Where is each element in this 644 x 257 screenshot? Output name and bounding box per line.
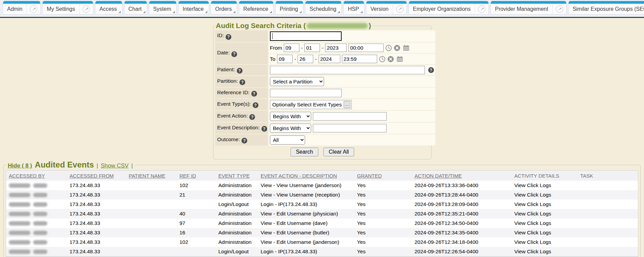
column-header-label[interactable]: ACCESSED FROM bbox=[70, 173, 114, 179]
column-header-label[interactable]: ACTION DATE/TIME bbox=[415, 173, 462, 179]
external-link-icon[interactable]: ↗ bbox=[83, 5, 90, 13]
column-header-label[interactable]: EVENT TYPE bbox=[218, 173, 250, 179]
calendar-icon[interactable] bbox=[396, 56, 403, 62]
date-from-month-input[interactable] bbox=[284, 44, 299, 52]
calendar-icon[interactable] bbox=[403, 45, 410, 51]
help-icon[interactable]: ? bbox=[226, 34, 231, 40]
column-header-label[interactable]: ACCESSED BY bbox=[9, 173, 45, 179]
tab-accent-bar bbox=[239, 1, 273, 4]
show-csv-link[interactable]: Show CSV bbox=[101, 162, 129, 169]
view-click-logs-link[interactable]: View Click Logs bbox=[514, 239, 551, 245]
view-click-logs-link[interactable]: View Click Logs bbox=[514, 220, 551, 226]
nav-tab-printing[interactable]: Printing bbox=[275, 1, 303, 15]
help-icon[interactable]: ? bbox=[251, 91, 257, 97]
cell-patient-name bbox=[126, 190, 177, 200]
view-click-logs-link[interactable]: View Click Logs bbox=[514, 182, 551, 188]
date-to-year-input[interactable] bbox=[319, 55, 340, 63]
date-to-month-input[interactable] bbox=[277, 55, 293, 63]
cell-ref-id: 40 bbox=[177, 209, 216, 219]
column-header-label[interactable]: REF ID bbox=[180, 173, 196, 179]
event-types-browse-button[interactable]: ... bbox=[344, 101, 350, 108]
help-icon[interactable]: ? bbox=[253, 102, 258, 108]
patient-input[interactable] bbox=[270, 66, 425, 74]
cell-accessed-by bbox=[6, 219, 67, 228]
id-input[interactable] bbox=[270, 31, 342, 41]
date-from-year-input[interactable] bbox=[325, 44, 347, 52]
external-link-icon[interactable]: ↗ bbox=[30, 5, 37, 13]
help-icon[interactable]: ? bbox=[239, 79, 245, 85]
nav-tab-my-settings[interactable]: My Settings↗ bbox=[42, 1, 93, 15]
partition-select[interactable]: Select a Partition bbox=[270, 77, 324, 86]
table-row: 173.24.48.33Login/LogoutLogin - IP(173.2… bbox=[6, 200, 638, 209]
help-icon[interactable]: ? bbox=[242, 138, 247, 144]
view-click-logs-link[interactable]: View Click Logs bbox=[514, 211, 551, 216]
nav-tab-version[interactable]: Version↗ bbox=[366, 1, 407, 15]
nav-tab-chart[interactable]: Chart bbox=[124, 1, 147, 15]
help-icon[interactable]: ? bbox=[428, 67, 434, 73]
partition-label: Partition: bbox=[217, 78, 238, 84]
nav-tab-scheduling[interactable]: Scheduling bbox=[305, 1, 342, 15]
nav-tab-access[interactable]: Access bbox=[95, 1, 122, 15]
cell-patient-name bbox=[126, 228, 177, 237]
search-button[interactable]: Search bbox=[291, 148, 319, 156]
form-buttons-row: Search Clear All bbox=[215, 146, 430, 157]
clock-icon[interactable] bbox=[379, 56, 386, 62]
event-action-input[interactable] bbox=[313, 112, 387, 121]
date-from-day-input[interactable] bbox=[304, 44, 320, 52]
form-row-event-description: Event Description:? Begins With bbox=[215, 122, 435, 134]
cell-event-type: Administration bbox=[216, 209, 258, 219]
redacted-name bbox=[9, 183, 30, 188]
external-link-icon[interactable]: ↗ bbox=[396, 5, 404, 13]
nav-tab-orders[interactable]: Orders bbox=[211, 1, 237, 15]
nav-tab-hsp[interactable]: HSP bbox=[343, 1, 364, 15]
help-icon[interactable]: ? bbox=[231, 51, 237, 57]
nav-tab-label: System bbox=[149, 6, 175, 12]
cell-accessed-by bbox=[6, 247, 67, 257]
cell-task bbox=[578, 228, 638, 237]
view-click-logs-link[interactable]: View Click Logs bbox=[514, 192, 551, 198]
cell-accessed-from: 173.24.48.33 bbox=[67, 209, 126, 219]
nav-tab-reference[interactable]: Reference bbox=[239, 1, 274, 15]
column-header-label[interactable]: GRANTED bbox=[357, 173, 382, 179]
help-icon[interactable]: ? bbox=[261, 126, 267, 132]
nav-tab-admin[interactable]: Admin↗ bbox=[3, 1, 41, 15]
table-row: 173.24.48.3321AdministrationView - View … bbox=[6, 190, 638, 200]
reference-id-input[interactable] bbox=[270, 89, 342, 97]
nav-tab-employer-organizations[interactable]: Employer Organizations↗ bbox=[409, 1, 489, 15]
cell-accessed-from: 173.24.48.33 bbox=[67, 219, 126, 228]
hide-results-link[interactable]: Hide ( 8 ) bbox=[8, 162, 32, 169]
clear-date-icon[interactable] bbox=[394, 45, 400, 51]
nav-tab-interface[interactable]: Interface bbox=[178, 1, 209, 15]
event-types-picker[interactable]: Optionally Select Event Types ... bbox=[270, 100, 352, 109]
view-click-logs-link[interactable]: View Click Logs bbox=[514, 249, 551, 254]
external-link-icon[interactable]: ↗ bbox=[478, 5, 485, 13]
event-action-match-select[interactable]: Begins With bbox=[270, 112, 311, 121]
column-header-label[interactable]: EVENT ACTION - DESCRIPTION bbox=[261, 173, 337, 179]
event-description-input[interactable] bbox=[313, 124, 387, 132]
nav-tab-system[interactable]: System bbox=[149, 1, 177, 15]
external-link-icon[interactable]: ↗ bbox=[556, 5, 563, 13]
view-click-logs-link[interactable]: View Click Logs bbox=[514, 201, 551, 207]
redacted-name bbox=[33, 250, 47, 254]
help-icon[interactable]: ? bbox=[249, 114, 255, 120]
help-icon[interactable]: ? bbox=[237, 68, 243, 74]
dropdown-caret-icon bbox=[143, 11, 145, 13]
column-header-label[interactable]: PATIENT NAME bbox=[129, 173, 165, 179]
from-label: From bbox=[270, 45, 282, 51]
nav-tab-provider-management[interactable]: Provider Management↗ bbox=[490, 1, 566, 15]
date-from-time-input[interactable] bbox=[348, 44, 384, 52]
column-header-event-type: EVENT TYPE bbox=[216, 171, 258, 181]
outcome-select[interactable]: All bbox=[270, 135, 305, 145]
event-description-match-select[interactable]: Begins With bbox=[270, 124, 311, 133]
cell-accessed-from: 173.24.48.33 bbox=[67, 228, 126, 237]
date-to-time-input[interactable] bbox=[342, 55, 377, 63]
nav-tab-similar-exposure-groups-segs[interactable]: Similar Exposure Groups (SEGs)↗ bbox=[568, 1, 644, 15]
cell-accessed-from: 173.24.48.33 bbox=[67, 190, 126, 200]
view-click-logs-link[interactable]: View Click Logs bbox=[514, 230, 551, 235]
clock-icon[interactable] bbox=[385, 45, 392, 51]
clear-all-button[interactable]: Clear All bbox=[323, 148, 354, 156]
column-header-patient-name: PATIENT NAME bbox=[126, 171, 177, 181]
date-separator: - bbox=[322, 45, 323, 51]
clear-date-icon[interactable] bbox=[387, 56, 394, 62]
date-to-day-input[interactable] bbox=[298, 55, 313, 63]
